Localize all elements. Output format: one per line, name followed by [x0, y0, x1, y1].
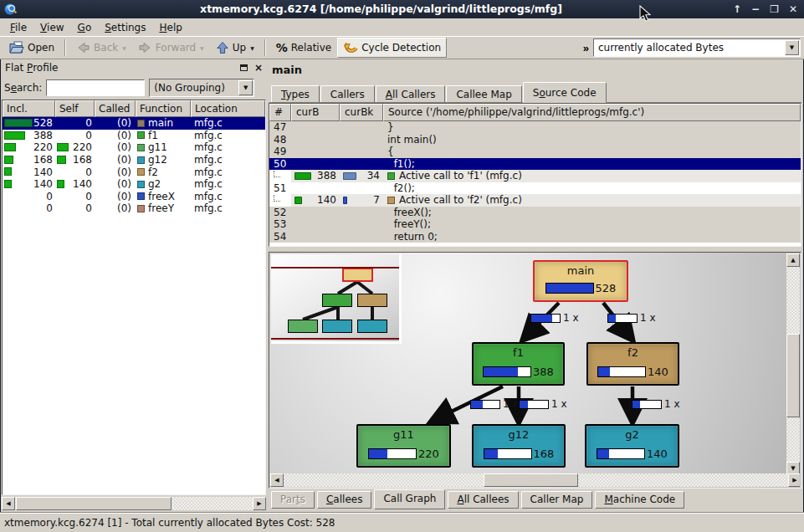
function-row-g2[interactable]: 140140(0)g2mfg.c: [3, 178, 265, 191]
tab-call-graph[interactable]: Call Graph: [374, 489, 445, 509]
scrollbar-thumb[interactable]: [16, 497, 172, 510]
graph-node-g12[interactable]: g12168: [472, 424, 566, 468]
column-header-called[interactable]: Called: [95, 100, 136, 117]
close-button[interactable]: ✕: [789, 4, 797, 14]
tab-all-callers[interactable]: All Callers: [376, 85, 446, 102]
tab-types[interactable]: Types: [271, 85, 320, 102]
node-cost-value: 388: [533, 366, 554, 378]
chevron-down-icon[interactable]: ▼: [238, 80, 253, 95]
active-call-row[interactable]: 1407Active call to 'f2' (mfg.c): [269, 194, 801, 207]
function-row-f1[interactable]: 3880(0)f1mfg.c: [3, 130, 265, 142]
function-row-g12[interactable]: 168168(0)g12mfg.c: [3, 154, 265, 166]
scrollbar-thumb[interactable]: [484, 473, 578, 487]
minimize-button[interactable]: −: [751, 4, 760, 14]
forward-button[interactable]: Forward ▼: [132, 38, 210, 57]
source-column-header-1[interactable]: curB: [291, 104, 340, 121]
node-label: g12: [474, 428, 564, 441]
column-header-location[interactable]: Location: [191, 100, 265, 117]
edge-call-count-label[interactable]: 1 x: [607, 312, 656, 324]
self-value: 0: [85, 130, 92, 141]
graph-hscrollbar[interactable]: ◀ ▶: [270, 473, 800, 487]
flat-profile-hscrollbar[interactable]: ◀ ▶: [2, 497, 266, 510]
tab-all-callees[interactable]: All Callees: [448, 491, 518, 509]
source-line-48[interactable]: 48int main(): [269, 134, 801, 146]
dock-float-icon[interactable]: [240, 64, 248, 71]
source-line-49[interactable]: 49{: [269, 146, 801, 158]
tab-source-code[interactable]: Source Code: [523, 82, 607, 103]
chevron-down-icon[interactable]: ▼: [785, 40, 799, 55]
call-graph-canvas[interactable]: main528f1388f2140g11220g12168g2140 1 x1 …: [270, 253, 800, 487]
open-button[interactable]: Open: [3, 38, 60, 57]
tab-machine-code[interactable]: Machine Code: [595, 491, 684, 509]
tab-callee-map[interactable]: Callee Map: [446, 85, 521, 102]
function-row-f2[interactable]: 1400(0)f2mfg.c: [3, 166, 265, 178]
source-line-54[interactable]: 54 return 0;: [269, 231, 801, 243]
column-header-incl[interactable]: Incl.: [3, 100, 55, 117]
tab-callers[interactable]: Callers: [320, 85, 375, 102]
scroll-right-icon[interactable]: ▶: [253, 497, 266, 510]
graph-node-f2[interactable]: f2140: [586, 342, 679, 386]
back-button[interactable]: Back ▼: [70, 38, 132, 57]
menu-view[interactable]: View: [33, 20, 70, 35]
source-line-51[interactable]: 51 f2();: [269, 182, 801, 195]
source-code-text: freeY();: [387, 218, 431, 230]
source-code-text: return 0;: [387, 231, 438, 243]
flat-profile-dock-header[interactable]: Flat Profile ×: [2, 59, 266, 75]
graph-node-f1[interactable]: f1388: [472, 342, 565, 386]
edge-call-count-label[interactable]: 1 x: [519, 398, 567, 410]
graph-vscrollbar[interactable]: ▲ ▼: [786, 253, 800, 475]
node-cost-row: 388: [474, 366, 563, 378]
dock-close-icon[interactable]: ×: [254, 64, 263, 72]
source-line-53[interactable]: 53 freeY();: [269, 218, 801, 231]
function-row-freeY[interactable]: 00(0)freeYmfg.c: [3, 202, 265, 215]
source-column-header-3[interactable]: Source ('/home/philippe/valgrind/littlep…: [383, 104, 801, 121]
shade-button[interactable]: ↑: [733, 4, 741, 14]
incl-cell: 528: [3, 117, 55, 130]
edge-call-count-label[interactable]: 1 x: [632, 398, 680, 410]
graph-node-main[interactable]: main528: [533, 260, 628, 302]
grouping-select[interactable]: (No Grouping) ▼: [149, 79, 254, 97]
scroll-up-icon[interactable]: ▲: [786, 253, 800, 267]
event-type-select[interactable]: currently allocated Bytes ▼: [593, 38, 801, 57]
function-row-main[interactable]: 5280(0)mainmfg.c: [3, 117, 265, 130]
graph-node-g2[interactable]: g2140: [585, 424, 679, 468]
source-column-header-2[interactable]: curBk: [340, 104, 383, 121]
up-arrow-icon: [216, 41, 229, 54]
source-column-header-0[interactable]: #: [269, 104, 291, 121]
up-button[interactable]: Up ▼: [210, 38, 260, 57]
scroll-left-icon[interactable]: ◀: [2, 497, 15, 510]
maximize-button[interactable]: ❒: [770, 4, 779, 14]
scroll-right-icon[interactable]: ▶: [788, 473, 800, 487]
incl-cell: 140: [3, 178, 55, 191]
cycle-detection-toggle[interactable]: Cycle Detection: [337, 38, 447, 58]
function-row-freeX[interactable]: 00(0)freeXmfg.c: [3, 191, 265, 203]
menu-settings[interactable]: Settings: [98, 20, 152, 35]
graph-node-g11[interactable]: g11220: [356, 424, 451, 468]
column-header-function[interactable]: Function: [136, 100, 191, 117]
edge-call-count-label[interactable]: 1 x: [530, 312, 579, 324]
column-header-self[interactable]: Self: [55, 100, 95, 117]
source-line-52[interactable]: 52 freeX();: [269, 207, 801, 219]
source-code-text: }: [387, 121, 394, 133]
relative-toggle[interactable]: % Relative: [270, 38, 337, 57]
menu-help[interactable]: Help: [152, 20, 188, 35]
search-input[interactable]: [46, 79, 145, 96]
source-line-50[interactable]: 50 f1();: [269, 158, 801, 171]
tab-parts[interactable]: Parts: [271, 491, 315, 509]
edge-call-count-label[interactable]: 1 x: [470, 398, 519, 410]
scroll-left-icon[interactable]: ◀: [270, 473, 284, 487]
self-value: 0: [85, 117, 92, 129]
menu-file[interactable]: File: [3, 20, 33, 35]
tab-caller-map[interactable]: Caller Map: [521, 491, 593, 509]
self-value: 168: [73, 154, 92, 166]
function-row-g11[interactable]: 220220(0)g11mfg.c: [3, 141, 265, 154]
menu-go[interactable]: Go: [71, 20, 99, 35]
titlebar[interactable]: xtmemory.kcg.6274 [/home/philippe/valgri…: [0, 0, 804, 18]
active-call-row[interactable]: 38834Active call to 'f1' (mfg.c): [269, 170, 801, 182]
location-cell: mfg.c: [191, 191, 265, 203]
scrollbar-thumb[interactable]: [786, 334, 800, 417]
source-line-47[interactable]: 47}: [269, 121, 801, 134]
tab-callees[interactable]: Callees: [317, 491, 371, 509]
toolbar-overflow-button[interactable]: »: [579, 42, 593, 54]
function-color-icon: [137, 192, 145, 200]
